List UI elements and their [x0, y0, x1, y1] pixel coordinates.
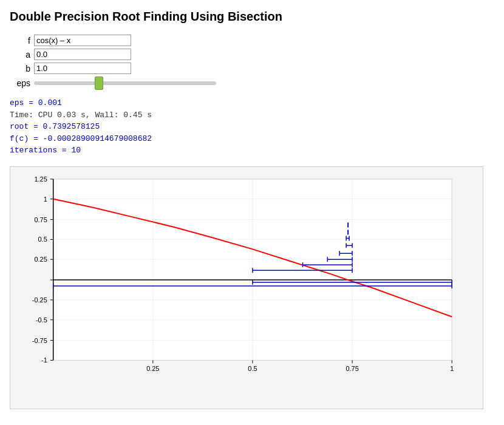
eps-row: eps [10, 76, 494, 90]
plot-svg: 1.25 1 0.75 0.5 0.25 -0.25 -0.5 -0.75 -1… [16, 173, 477, 403]
output-line1: eps = 0.001 [10, 97, 494, 109]
svg-text:-0.75: -0.75 [32, 336, 47, 344]
svg-text:0.25: 0.25 [34, 256, 47, 263]
f-label: f [10, 36, 34, 46]
eps-label: eps [10, 78, 34, 88]
a-label: a [10, 50, 34, 59]
svg-text:-0.25: -0.25 [32, 296, 47, 303]
svg-text:1.25: 1.25 [34, 175, 47, 182]
output-line5: iterations = 10 [10, 144, 494, 157]
svg-text:-0.5: -0.5 [36, 316, 47, 323]
svg-text:-1: -1 [41, 356, 47, 364]
svg-text:0.25: 0.25 [146, 365, 159, 372]
svg-text:0.75: 0.75 [346, 365, 358, 372]
eps-slider-wrapper [34, 76, 216, 90]
eps-slider[interactable] [34, 81, 216, 85]
svg-text:0.75: 0.75 [34, 216, 47, 223]
form-section: f a b eps [10, 35, 494, 90]
plot-container: 1.25 1 0.75 0.5 0.25 -0.25 -0.5 -0.75 -1… [10, 166, 483, 409]
svg-text:1: 1 [450, 365, 454, 372]
output-line3: root = 0.7392578125 [10, 121, 494, 133]
a-input[interactable] [34, 49, 131, 60]
output-line2: Time: CPU 0.03 s, Wall: 0.45 s [10, 109, 494, 121]
svg-text:0.5: 0.5 [248, 365, 257, 372]
svg-text:1: 1 [44, 195, 47, 202]
output-line4: f(c) = -0.00028900914679008682 [10, 133, 494, 145]
b-label: b [10, 64, 34, 73]
f-row: f [10, 35, 494, 46]
b-input[interactable] [34, 63, 131, 74]
f-input[interactable] [34, 35, 131, 46]
page-title: Double Precision Root Finding Using Bise… [10, 10, 494, 24]
output-section: eps = 0.001 Time: CPU 0.03 s, Wall: 0.45… [10, 97, 494, 157]
svg-text:0.5: 0.5 [38, 236, 47, 243]
b-row: b [10, 63, 494, 74]
a-row: a [10, 49, 494, 60]
